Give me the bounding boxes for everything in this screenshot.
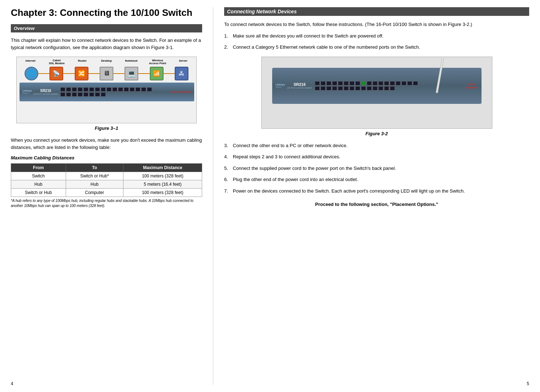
step-1: 1. Make sure all the devices you will co… xyxy=(224,32,529,40)
table-row: Hub Hub 5 meters (16.4 feet) xyxy=(11,180,202,189)
step-4: 4. Repeat steps 2 and 3 to connect addit… xyxy=(224,153,529,160)
step-5-num: 5. xyxy=(224,165,233,172)
linksys-brand: Linksys xyxy=(22,89,32,92)
row2-from: Hub xyxy=(11,180,66,189)
col-header-distance: Maximum Distance xyxy=(123,164,202,172)
step-2-text: Connect a Category 5 Ethernet network ca… xyxy=(233,44,529,51)
internet-icon: 🌐 xyxy=(25,67,38,80)
step-7-text: Power on the devices connected to the Sw… xyxy=(233,188,529,195)
figure1-caption: Figure 3–1 xyxy=(11,125,202,131)
desktop-icon: 🖥 xyxy=(100,67,113,80)
right-column: Connecting Network Devices To connect ne… xyxy=(213,7,529,385)
wap-icon: 📶 xyxy=(150,67,164,80)
bottom-note: Proceed to the following section, "Place… xyxy=(224,202,529,207)
step-6-text: Plug the other end of the power cord int… xyxy=(233,176,529,183)
step-6: 6. Plug the other end of the power cord … xyxy=(224,176,529,183)
figure1-container: Internet Cable/DSL Modem Router Desktop … xyxy=(11,57,202,131)
server-icon: 🖧 xyxy=(175,67,188,80)
device-label-notebook: Notebook xyxy=(123,59,139,65)
overview-text: This chapter will explain how to connect… xyxy=(11,37,202,51)
fig2-subtitle: 16-Port 10/100 Switch xyxy=(287,87,312,89)
notebook-icon: 💻 xyxy=(125,67,138,80)
device-label-wap: WirelessAccess Point xyxy=(148,59,167,65)
step-3-text: Connect the other end to a PC or other n… xyxy=(233,142,529,149)
col-header-from: From xyxy=(11,164,66,172)
figure2-switch: Linksys Status SR216 16-Port 10/100 Swit… xyxy=(272,68,482,104)
intro-text: To connect network devices to the Switch… xyxy=(224,21,529,28)
row1-dist: 100 meters (328 feet) xyxy=(123,172,202,180)
page-wrapper: Chapter 3: Connecting the 10/100 Switch … xyxy=(0,0,540,392)
step-3: 3. Connect the other end to a PC or othe… xyxy=(224,142,529,149)
step-1-num: 1. xyxy=(224,32,233,40)
fig1-switch-subtitle: 16-Port 10/100 Switch xyxy=(33,93,58,95)
page-number-left: 4 xyxy=(11,381,13,386)
table-footnote: *A hub refers to any type of 100Mbps hub… xyxy=(11,198,202,208)
figure2-image: Linksys Status SR216 16-Port 10/100 Swit… xyxy=(261,57,492,129)
table-row: Switch or Hub Computer 100 meters (328 f… xyxy=(11,189,202,197)
device-label-router: Router xyxy=(75,59,90,65)
fig1-ports xyxy=(60,87,154,97)
fig2-cisco-logo: CiscoSystems xyxy=(466,83,478,89)
fig1-cisco-logo: Cisco Systems xyxy=(171,90,191,93)
after-figure-text: When you connect your network devices, m… xyxy=(11,137,202,151)
step-3-num: 3. xyxy=(224,142,233,149)
page-number-right: 5 xyxy=(527,381,529,386)
step-5: 5. Connect the supplied power cord to th… xyxy=(224,165,529,172)
step-4-num: 4. xyxy=(224,153,233,160)
step-2-num: 2. xyxy=(224,44,233,51)
device-label-internet: Internet xyxy=(22,59,38,65)
chapter-title: Chapter 3: Connecting the 10/100 Switch xyxy=(11,7,202,18)
row3-from: Switch or Hub xyxy=(11,189,66,197)
page-container: Chapter 3: Connecting the 10/100 Switch … xyxy=(0,0,540,392)
figure1-switch: Linksys Status SR216 16-Port 10/100 Swit… xyxy=(19,83,194,101)
step-1-text: Make sure all the devices you will conne… xyxy=(233,32,529,40)
step-4-text: Repeat steps 2 and 3 to connect addition… xyxy=(233,153,529,160)
fig2-ports xyxy=(315,81,423,91)
overview-header: Overview xyxy=(11,24,202,32)
device-label-modem: Cable/DSL Modem xyxy=(47,59,66,65)
step-7-num: 7. xyxy=(224,188,233,195)
table-title: Maximum Cabling Distances xyxy=(11,155,202,160)
device-label-server: Server xyxy=(176,59,190,65)
row2-to: Hub xyxy=(66,180,123,189)
fig2-model: SR216 xyxy=(287,82,312,87)
step-2: 2. Connect a Category 5 Ethernet network… xyxy=(224,44,529,51)
row3-to: Computer xyxy=(66,189,123,197)
modem-icon: 📡 xyxy=(49,67,63,80)
step-7: 7. Power on the devices connected to the… xyxy=(224,188,529,195)
step-5-text: Connect the supplied power cord to the p… xyxy=(233,165,529,172)
fig1-switch-model: SR216 xyxy=(33,89,58,93)
figure2-caption: Figure 3-2 xyxy=(224,131,529,136)
table-row: Switch Switch or Hub* 100 meters (328 fe… xyxy=(11,172,202,180)
router-icon: 🔀 xyxy=(75,67,88,80)
row1-to: Switch or Hub* xyxy=(66,172,123,180)
connecting-header: Connecting Network Devices xyxy=(224,7,529,16)
fig1-switch-label: Status xyxy=(22,92,29,94)
row3-dist: 100 meters (328 feet) xyxy=(123,189,202,197)
step-6-num: 6. xyxy=(224,176,233,183)
bottom-note-text: Proceed to the following section, "Place… xyxy=(224,202,529,207)
left-column: Chapter 3: Connecting the 10/100 Switch … xyxy=(11,7,213,385)
col-header-to: To xyxy=(66,164,123,172)
row1-from: Switch xyxy=(11,172,66,180)
fig2-status-label: Status xyxy=(276,86,282,88)
figure2-container: Linksys Status SR216 16-Port 10/100 Swit… xyxy=(224,57,529,136)
row2-dist: 5 meters (16.4 feet) xyxy=(123,180,202,189)
cabling-table: From To Maximum Distance Switch Switch o… xyxy=(11,163,202,197)
figure1-image: Internet Cable/DSL Modem Router Desktop … xyxy=(16,57,197,123)
fig2-linksys: Linksys xyxy=(276,83,285,86)
device-label-desktop: Desktop xyxy=(99,59,114,65)
